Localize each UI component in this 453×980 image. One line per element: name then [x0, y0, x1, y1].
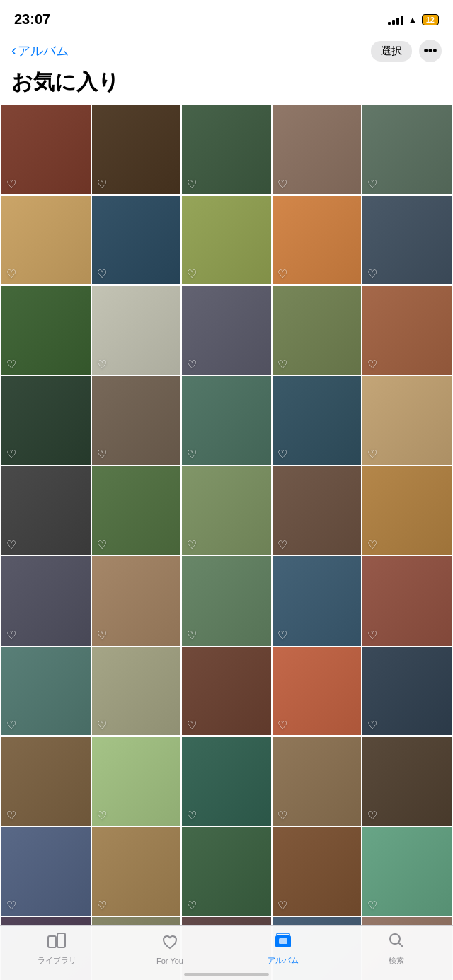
favorite-heart-icon[interactable]: ♡: [367, 267, 377, 281]
photo-cell[interactable]: ♡: [92, 466, 181, 555]
favorite-heart-icon[interactable]: ♡: [187, 538, 197, 552]
favorite-heart-icon[interactable]: ♡: [187, 358, 197, 371]
photo-cell[interactable]: ♡: [1, 466, 91, 555]
favorite-heart-icon[interactable]: ♡: [187, 718, 197, 732]
photo-cell[interactable]: ♡: [1, 376, 91, 465]
photo-cell[interactable]: ♡: [92, 556, 181, 646]
favorite-heart-icon[interactable]: ♡: [367, 358, 377, 371]
favorite-heart-icon[interactable]: ♡: [6, 267, 16, 281]
photo-cell[interactable]: ♡: [362, 105, 452, 194]
photo-cell[interactable]: ♡: [362, 647, 452, 736]
photo-cell[interactable]: ♡: [362, 466, 452, 555]
photo-cell[interactable]: ♡: [182, 556, 271, 646]
photo-cell[interactable]: ♡: [1, 647, 91, 736]
favorite-heart-icon[interactable]: ♡: [6, 718, 16, 732]
svg-rect-4: [279, 938, 287, 944]
favorite-heart-icon[interactable]: ♡: [97, 448, 107, 461]
favorite-heart-icon[interactable]: ♡: [277, 448, 287, 461]
tab-albums[interactable]: アルバム: [226, 933, 340, 966]
photo-cell[interactable]: ♡: [182, 647, 271, 736]
photo-cell[interactable]: ♡: [1, 556, 91, 646]
more-button[interactable]: •••: [419, 40, 442, 62]
tab-foryou-label: For You: [156, 957, 183, 965]
favorite-heart-icon[interactable]: ♡: [187, 899, 197, 912]
favorite-heart-icon[interactable]: ♡: [97, 538, 107, 552]
photo-cell[interactable]: ♡: [92, 105, 181, 194]
favorite-heart-icon[interactable]: ♡: [367, 448, 377, 461]
photo-cell[interactable]: ♡: [273, 556, 362, 646]
photo-cell[interactable]: ♡: [92, 647, 181, 736]
photo-cell[interactable]: ♡: [92, 196, 181, 285]
tab-foryou[interactable]: For You: [113, 934, 226, 965]
favorite-heart-icon[interactable]: ♡: [187, 629, 197, 642]
favorite-heart-icon[interactable]: ♡: [277, 629, 287, 642]
photo-cell[interactable]: ♡: [362, 196, 452, 285]
favorite-heart-icon[interactable]: ♡: [277, 718, 287, 732]
photo-cell[interactable]: ♡: [362, 376, 452, 465]
favorite-heart-icon[interactable]: ♡: [97, 358, 107, 371]
photo-cell[interactable]: ♡: [92, 376, 181, 465]
favorite-heart-icon[interactable]: ♡: [277, 177, 287, 191]
favorite-heart-icon[interactable]: ♡: [277, 358, 287, 371]
photo-cell[interactable]: ♡: [182, 105, 271, 194]
photo-cell[interactable]: ♡: [1, 196, 91, 285]
favorite-heart-icon[interactable]: ♡: [367, 809, 377, 822]
back-button[interactable]: ‹ アルバム: [11, 42, 69, 60]
favorite-heart-icon[interactable]: ♡: [97, 267, 107, 281]
photo-cell[interactable]: ♡: [273, 737, 362, 826]
favorite-heart-icon[interactable]: ♡: [187, 177, 197, 191]
favorite-heart-icon[interactable]: ♡: [6, 177, 16, 191]
favorite-heart-icon[interactable]: ♡: [97, 629, 107, 642]
photo-cell[interactable]: ♡: [182, 286, 271, 375]
favorite-heart-icon[interactable]: ♡: [187, 267, 197, 281]
favorite-heart-icon[interactable]: ♡: [367, 629, 377, 642]
favorite-heart-icon[interactable]: ♡: [6, 629, 16, 642]
tab-search[interactable]: 検索: [340, 933, 453, 966]
favorite-heart-icon[interactable]: ♡: [277, 899, 287, 912]
photo-cell[interactable]: ♡: [273, 376, 362, 465]
photo-cell[interactable]: ♡: [362, 556, 452, 646]
photo-cell[interactable]: ♡: [362, 737, 452, 826]
tab-library[interactable]: ライブラリ: [0, 933, 113, 966]
favorite-heart-icon[interactable]: ♡: [367, 718, 377, 732]
photo-cell[interactable]: ♡: [92, 286, 181, 375]
photo-cell[interactable]: ♡: [273, 105, 362, 194]
photo-cell[interactable]: ♡: [1, 105, 91, 194]
photo-cell[interactable]: ♡: [273, 827, 362, 916]
photo-cell[interactable]: ♡: [273, 196, 362, 285]
favorite-heart-icon[interactable]: ♡: [97, 899, 107, 912]
favorite-heart-icon[interactable]: ♡: [6, 358, 16, 371]
favorite-heart-icon[interactable]: ♡: [97, 177, 107, 191]
photo-cell[interactable]: ♡: [182, 827, 271, 916]
home-indicator: [184, 973, 269, 976]
photo-cell[interactable]: ♡: [362, 286, 452, 375]
photo-cell[interactable]: ♡: [362, 827, 452, 916]
favorite-heart-icon[interactable]: ♡: [97, 718, 107, 732]
photo-cell[interactable]: ♡: [182, 737, 271, 826]
photo-cell[interactable]: ♡: [1, 827, 91, 916]
photo-cell[interactable]: ♡: [182, 196, 271, 285]
photo-cell[interactable]: ♡: [273, 466, 362, 555]
photo-cell[interactable]: ♡: [1, 286, 91, 375]
favorite-heart-icon[interactable]: ♡: [367, 899, 377, 912]
favorite-heart-icon[interactable]: ♡: [6, 899, 16, 912]
favorite-heart-icon[interactable]: ♡: [277, 538, 287, 552]
favorite-heart-icon[interactable]: ♡: [367, 177, 377, 191]
photo-cell[interactable]: ♡: [92, 827, 181, 916]
favorite-heart-icon[interactable]: ♡: [6, 809, 16, 822]
photo-cell[interactable]: ♡: [273, 647, 362, 736]
favorite-heart-icon[interactable]: ♡: [277, 267, 287, 281]
photo-cell[interactable]: ♡: [273, 286, 362, 375]
photo-cell[interactable]: ♡: [182, 466, 271, 555]
favorite-heart-icon[interactable]: ♡: [367, 538, 377, 552]
favorite-heart-icon[interactable]: ♡: [6, 538, 16, 552]
photo-cell[interactable]: ♡: [92, 737, 181, 826]
favorite-heart-icon[interactable]: ♡: [6, 448, 16, 461]
photo-cell[interactable]: ♡: [1, 737, 91, 826]
photo-cell[interactable]: ♡: [182, 376, 271, 465]
favorite-heart-icon[interactable]: ♡: [277, 809, 287, 822]
favorite-heart-icon[interactable]: ♡: [97, 809, 107, 822]
favorite-heart-icon[interactable]: ♡: [187, 809, 197, 822]
favorite-heart-icon[interactable]: ♡: [187, 448, 197, 461]
select-button[interactable]: 選択: [371, 41, 412, 62]
